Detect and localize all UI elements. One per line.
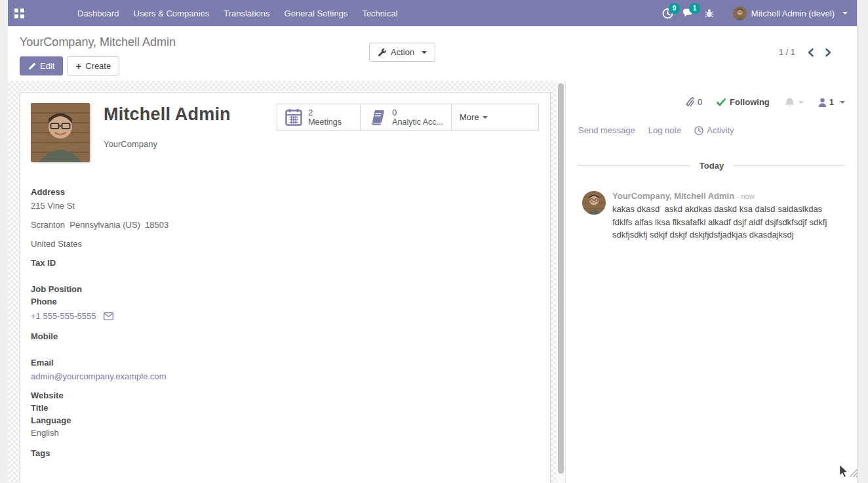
email-link[interactable]: admin@yourcompany.example.com (31, 370, 167, 383)
user-name: Mitchell Admin (devel) (751, 9, 835, 18)
message-author-avatar[interactable] (582, 191, 606, 215)
plus-icon: + (75, 62, 81, 70)
apps-menu-icon[interactable] (14, 9, 24, 18)
activities-badge: 9 (669, 3, 681, 14)
wrench-icon (378, 48, 387, 57)
content-area: Mitchell Admin YourCompany 2 Meetings (8, 81, 857, 483)
language-value: English (31, 427, 293, 439)
sms-envelope-icon[interactable] (104, 312, 113, 320)
scrollbar-thumb[interactable] (558, 83, 564, 474)
message-author[interactable]: YourCompany, Mitchell Admin (612, 191, 734, 201)
pencil-icon (28, 62, 36, 70)
chatter-message: YourCompany, Mitchell Admin - now kakas … (578, 191, 845, 242)
messages-badge: 1 (689, 3, 701, 14)
menu-users-companies[interactable]: Users & Companies (127, 1, 217, 26)
more-label: More (460, 112, 479, 122)
record-title: Mitchell Admin (104, 104, 231, 125)
calendar-icon (285, 108, 302, 126)
message-body: kakas dkasd askd akdkas daskd ksa dalsd … (612, 203, 843, 242)
job-position-label: Job Position (31, 283, 293, 295)
chevron-down-icon (422, 51, 427, 54)
chatter-panel: 0 Following (565, 81, 857, 483)
analytic-label: Analytic Acc... (392, 117, 443, 127)
country-value: United States (31, 238, 293, 250)
systray: 9 1 Mitchell Admin (devel) (662, 7, 848, 20)
activity-clock-icon (694, 126, 703, 135)
breadcrumb[interactable]: YourCompany, Mitchell Admin (20, 35, 857, 49)
log-note-button[interactable]: Log note (648, 125, 682, 135)
bell-icon (784, 96, 795, 108)
edit-button[interactable]: Edit (20, 56, 63, 75)
attachments-count: 0 (698, 97, 702, 107)
phone-link[interactable]: +1 555-555-5555 (31, 310, 96, 322)
followers-count: 1 (829, 97, 834, 107)
pager-previous-icon[interactable] (807, 48, 814, 57)
followers-button[interactable]: 1 (818, 97, 845, 107)
attachments-button[interactable]: 0 (686, 97, 702, 108)
schedule-activity-button[interactable]: Activity (694, 125, 734, 135)
check-icon (717, 98, 726, 106)
stat-buttons: 2 Meetings 0 Analytic Acc... (277, 104, 539, 131)
main-menus: Dashboard Users & Companies Translations… (70, 1, 405, 26)
date-divider: Today (578, 161, 845, 171)
activity-label: Activity (707, 125, 734, 135)
book-icon (368, 109, 386, 125)
chevron-down-icon (842, 12, 848, 14)
pager: 1 / 1 (779, 47, 832, 57)
control-panel: YourCompany, Mitchell Admin Edit + Creat… (8, 26, 857, 81)
user-avatar (733, 7, 747, 20)
chevron-down-icon (483, 116, 488, 119)
analytic-accounts-stat-button[interactable]: 0 Analytic Acc... (360, 104, 452, 131)
meetings-stat-button[interactable]: 2 Meetings (277, 104, 361, 131)
phone-label: Phone (31, 295, 293, 308)
menu-dashboard[interactable]: Dashboard (70, 1, 127, 26)
user-menu[interactable]: Mitchell Admin (devel) (733, 7, 848, 20)
more-dropdown-button[interactable]: More (451, 104, 539, 131)
city-state-zip-value: Scranton Pennsylvania (US) 18503 (31, 219, 293, 231)
title-label: Title (31, 402, 293, 414)
address-label: Address (31, 186, 293, 198)
app-window: Dashboard Users & Companies Translations… (8, 0, 858, 483)
date-divider-label: Today (690, 161, 733, 171)
company-link[interactable]: YourCompany (104, 139, 231, 149)
menu-general-settings[interactable]: General Settings (277, 1, 355, 26)
top-navbar: Dashboard Users & Companies Translations… (8, 0, 857, 26)
form-scrollbar[interactable] (557, 81, 565, 483)
subscription-bell-button[interactable] (784, 96, 804, 108)
debug-menu[interactable] (704, 8, 715, 18)
street-value: 215 Vine St (31, 200, 293, 212)
profile-photo[interactable] (31, 103, 90, 162)
bug-icon (704, 8, 715, 18)
field-list: Address 215 Vine St Scranton Pennsylvani… (31, 186, 293, 459)
pager-value: 1 / 1 (779, 47, 795, 57)
email-label: Email (31, 356, 293, 369)
menu-translations[interactable]: Translations (216, 1, 277, 26)
messages-menu[interactable]: 1 (682, 8, 695, 18)
edit-button-label: Edit (40, 61, 54, 71)
chevron-down-icon (840, 101, 845, 104)
meetings-label: Meetings (308, 117, 342, 127)
send-message-button[interactable]: Send message (578, 125, 635, 135)
meetings-count: 2 (308, 108, 342, 117)
following-button[interactable]: Following (717, 97, 770, 107)
chevron-down-icon (799, 101, 804, 104)
create-button[interactable]: + Create (67, 56, 119, 75)
following-label: Following (730, 97, 770, 107)
tax-id-label: Tax ID (31, 257, 293, 269)
action-button-label: Action (391, 47, 414, 57)
website-label: Website (31, 389, 293, 402)
pager-next-icon[interactable] (825, 48, 832, 57)
action-dropdown-button[interactable]: Action (369, 43, 435, 62)
mobile-label: Mobile (31, 330, 293, 343)
activities-menu[interactable]: 9 (662, 8, 673, 19)
paperclip-icon (686, 97, 694, 108)
menu-technical[interactable]: Technical (355, 1, 404, 26)
form-sheet: Mitchell Admin YourCompany 2 Meetings (20, 92, 551, 483)
analytic-count: 0 (392, 108, 443, 117)
message-timestamp: - now (737, 192, 755, 200)
person-icon (818, 98, 827, 107)
create-button-label: Create (85, 61, 111, 71)
mouse-cursor (838, 464, 849, 478)
form-view: Mitchell Admin YourCompany 2 Meetings (8, 81, 565, 483)
language-label: Language (31, 414, 293, 427)
